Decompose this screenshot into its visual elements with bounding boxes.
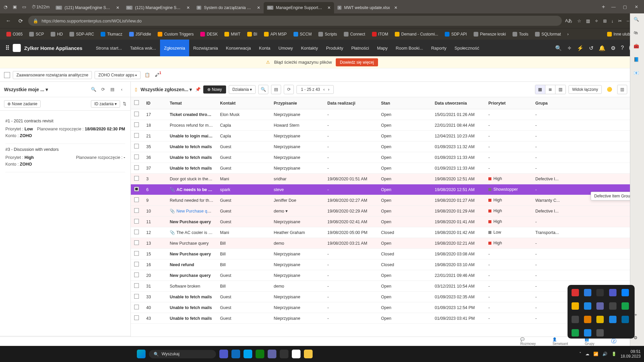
toggl-icon[interactable]: ⏱ [31, 4, 36, 9]
bookmark-item[interactable]: API MSP [262, 31, 289, 38]
tray-icon[interactable] [584, 316, 591, 323]
bookmark-item[interactable]: DESK [198, 31, 220, 38]
tray-icon[interactable] [596, 289, 604, 296]
list-search-icon[interactable]: 🔍 [258, 85, 268, 94]
tray-icon[interactable] [584, 289, 591, 296]
tray-icon[interactable] [609, 289, 616, 296]
bell-icon[interactable]: 🔔 [599, 45, 605, 51]
tabs-icon[interactable]: ▭ [21, 4, 27, 9]
maximize-button[interactable]: ▢ [620, 4, 630, 9]
row-checkbox[interactable] [134, 122, 139, 127]
taskbar-app[interactable] [268, 350, 276, 358]
bookmark-item[interactable]: JSFiddle [127, 31, 154, 38]
tray-cloud-icon[interactable]: ☁ [585, 352, 589, 356]
row-checkbox[interactable] [134, 262, 139, 266]
help-icon[interactable]: ? [621, 45, 624, 51]
tray-wifi-icon[interactable]: 📶 [593, 352, 598, 356]
table-row[interactable]: 13New Purchase queryBilldemo19/08/2020 0… [131, 238, 644, 249]
tray-icon[interactable] [584, 329, 591, 337]
tray-icon[interactable] [572, 289, 579, 296]
nav-item[interactable]: Płatności [347, 40, 373, 56]
row-checkbox[interactable] [134, 251, 139, 256]
table-row[interactable]: 31Software brokenBilldemo-Open03/12/2021… [131, 281, 644, 292]
nav-item[interactable]: Konta [255, 40, 274, 56]
table-row[interactable]: 35Unable to fetch mailsGuestNieprzypisan… [131, 141, 644, 152]
tray-icon[interactable] [572, 329, 579, 337]
table-row[interactable]: 9Refund needed for the p...GuestJeniffer… [131, 195, 644, 206]
tray-icon[interactable] [596, 302, 604, 310]
nav-item[interactable]: Kontakty [297, 40, 322, 56]
nav-item[interactable]: Społeczność [450, 40, 483, 56]
tray-icon[interactable] [609, 302, 616, 310]
edge-search-icon[interactable]: 🔍 [634, 17, 641, 24]
layout-icon[interactable]: ▥ [617, 85, 627, 94]
pin-icon[interactable]: 📌 [195, 87, 201, 92]
task-item[interactable]: #1 - 2021 contracts revisitPriorytet : L… [5, 115, 125, 144]
template-icon[interactable]: ▯ [135, 87, 137, 92]
column-header[interactable]: Kontakt [217, 101, 270, 106]
table-row[interactable]: 43Unable to fetch mailsGuestNieprzypisan… [131, 313, 644, 324]
bookmark-item[interactable]: Tłumacz [98, 31, 124, 38]
row-checkbox[interactable] [134, 315, 139, 320]
bookmark-item[interactable]: ITOM [370, 31, 391, 38]
minimize-button[interactable]: — [608, 4, 619, 9]
extensions-icon[interactable]: ⊞ [603, 18, 607, 23]
table-row[interactable]: 3Door got stuck in the re...Manisridhar1… [131, 174, 644, 184]
row-checkbox[interactable] [134, 230, 139, 234]
analytics-chip[interactable]: Zaawansowane rozwiązania analityczne [13, 71, 92, 79]
table-row[interactable]: 36Unable to fetch mailsGuestNieprzypisan… [131, 152, 644, 163]
edge-settings-icon[interactable]: ⚙ [634, 335, 641, 343]
row-checkbox[interactable] [134, 294, 139, 299]
bookmark-item[interactable]: O365 [4, 31, 25, 38]
bookmark-item[interactable]: Tools [510, 31, 531, 38]
row-checkbox[interactable] [134, 112, 139, 116]
bolt-icon[interactable]: ⚡ [577, 45, 584, 51]
clipboard-icon[interactable]: 📋 [143, 71, 151, 79]
bookmark-item[interactable]: SDP-ARC [67, 31, 96, 38]
browser-tab[interactable]: SCManageEngine SupportCenter Pl...✕ [264, 2, 334, 13]
row-checkbox[interactable] [134, 219, 139, 224]
edge-office-icon[interactable]: 📘 [634, 57, 641, 64]
actions-dd[interactable]: Działania ▾ [229, 85, 256, 94]
nav-item[interactable]: Mapy [373, 40, 392, 56]
favorite-icon[interactable]: ☆ [577, 18, 581, 23]
row-checkbox[interactable] [134, 155, 139, 159]
tray-icon[interactable] [622, 302, 629, 310]
bookmark-item[interactable]: MWT [222, 31, 243, 38]
table-row[interactable]: 12📎The AC cooler is not ...ManiHeather G… [131, 227, 644, 238]
column-header[interactable]: Data utworzenia [431, 101, 485, 106]
taskbar-app[interactable] [219, 350, 228, 358]
collections-icon[interactable]: ✧ [595, 18, 598, 23]
side-refresh-icon[interactable]: ⟳ [98, 87, 108, 92]
split-icon[interactable]: ▥ [586, 18, 590, 23]
taskbar-explorer[interactable] [304, 350, 313, 358]
list-refresh-icon[interactable]: ⟳ [284, 85, 294, 94]
taskbar-app[interactable] [244, 350, 252, 358]
tab-close-icon[interactable]: ✕ [257, 5, 260, 10]
browser-tab[interactable]: SC(121) ManageEngine SupportCe...✕ [123, 2, 193, 13]
tab-close-icon[interactable]: ✕ [186, 5, 190, 10]
view-grid[interactable]: ▦ [535, 85, 545, 94]
bookmark-item[interactable]: SDP API [442, 31, 469, 38]
taskbar-search[interactable]: 🔍 Wyszukaj [149, 350, 216, 358]
column-header[interactable]: ID [143, 101, 166, 106]
refresh-button[interactable]: ⟳ [16, 18, 25, 24]
read-aloud-icon[interactable]: Aあ [565, 18, 573, 24]
row-checkbox[interactable] [134, 283, 139, 288]
table-row[interactable]: 37Unable to fetch mailsGuestNieprzypisan… [131, 163, 644, 174]
search-icon[interactable]: 🔍 [555, 45, 562, 51]
nav-item[interactable]: Room Booki... [392, 40, 427, 56]
report-icon[interactable] [4, 72, 10, 78]
nav-item[interactable]: Zgłoszenia [160, 40, 189, 56]
column-header[interactable] [131, 100, 143, 106]
footer-tech[interactable]: 👤Serwisant [552, 337, 568, 346]
marker-icon[interactable]: 🖍1 [154, 71, 162, 79]
back-button[interactable]: ← [4, 18, 13, 24]
column-header[interactable]: Data realizacji [324, 101, 378, 106]
joined-view-btn[interactable]: Widok łączony [569, 85, 602, 94]
bookmark-item[interactable]: BI [245, 31, 260, 38]
taskbar-chrome[interactable] [292, 350, 301, 358]
start-button[interactable] [137, 350, 146, 358]
tray-icon[interactable] [584, 302, 591, 310]
view-list[interactable]: ≣ [545, 85, 555, 94]
